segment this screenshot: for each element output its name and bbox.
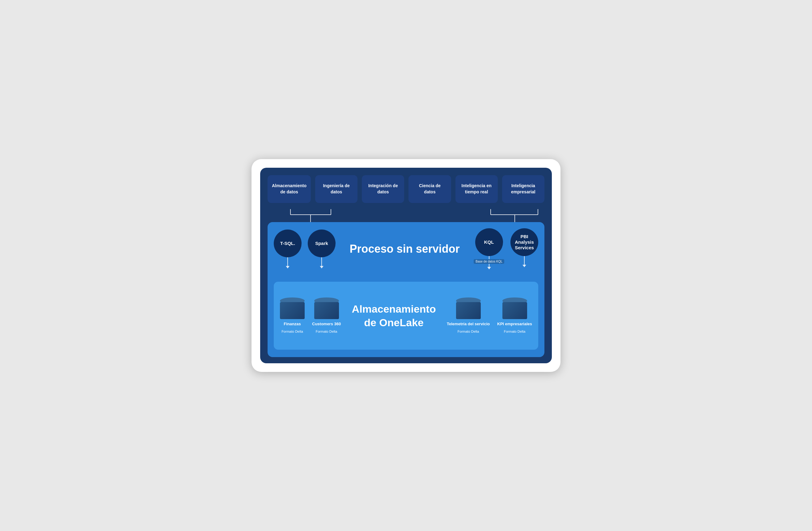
serverless-layer: T-SQL. Spark Proceso si [267, 222, 545, 357]
card-ciencia: Ciencia de datos [408, 175, 451, 203]
telemetria-sublabel: Formato Delta [458, 329, 479, 334]
serverless-title: Proceso sin servidor [343, 239, 466, 259]
kpi-sublabel: Formato Delta [504, 329, 525, 334]
customers360-cylinder [314, 297, 339, 319]
card-ingenieria: Ingeniería de datos [315, 175, 358, 203]
kpi-label: KPI empresariales [497, 322, 532, 327]
onelake-layer: Finanzas Formato Delta Custome [274, 282, 538, 350]
kql-node: KQL [475, 228, 503, 256]
kpi-item: KPI empresariales Formato Delta [497, 297, 532, 334]
outer-frame: Almacenamiento de datos Ingeniería de da… [251, 159, 561, 372]
spark-node: Spark [308, 230, 336, 257]
top-cards-row: Almacenamiento de datos Ingeniería de da… [267, 175, 545, 203]
db-items-right: Telemetría del servicio Formato Delta [447, 297, 532, 334]
finanzas-sublabel: Formato Delta [281, 329, 303, 334]
card-inteligencia-tiempo: Inteligencia en tiempo real [455, 175, 498, 203]
kql-node-group: KQL Base de datos KQL [474, 228, 504, 269]
tsql-node-group: T-SQL. [274, 230, 302, 268]
finanzas-cylinder [280, 297, 305, 319]
customers360-item: Customers 360 Formato Delta [312, 297, 341, 334]
card-almacenamiento: Almacenamiento de datos [267, 175, 311, 203]
finanzas-label: Finanzas [284, 322, 301, 327]
finanzas-item: Finanzas Formato Delta [280, 297, 305, 334]
pbi-node: PBI Analysis Services [510, 228, 538, 256]
pbi-node-group: PBI Analysis Services [510, 228, 538, 267]
customers360-sublabel: Formato Delta [316, 329, 337, 334]
bracket-connectors-svg [267, 209, 545, 223]
kpi-cylinder [503, 297, 527, 319]
telemetria-label: Telemetría del servicio [447, 322, 490, 327]
card-inteligencia-empresarial: Inteligencia empresarial [502, 175, 545, 203]
kql-db-label: Base de datos KQL [474, 259, 504, 264]
telemetria-item: Telemetría del servicio Formato Delta [447, 297, 490, 334]
card-integracion: Integración de datos [362, 175, 404, 203]
onelake-title: Almacenamiento de OneLake [347, 302, 440, 329]
telemetria-cylinder [456, 297, 481, 319]
customers360-label: Customers 360 [312, 322, 341, 327]
spark-node-group: Spark [308, 230, 336, 268]
main-container: Almacenamiento de datos Ingeniería de da… [260, 168, 552, 363]
tsql-node: T-SQL. [274, 230, 302, 257]
db-items-left: Finanzas Formato Delta Custome [280, 297, 341, 334]
